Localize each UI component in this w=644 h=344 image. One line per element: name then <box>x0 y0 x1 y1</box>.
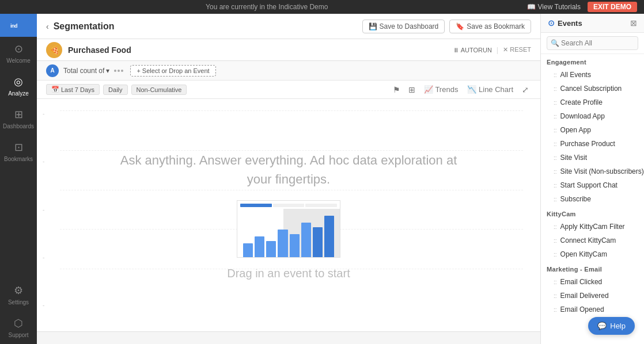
reset-button[interactable]: ✕ RESET <box>503 46 531 53</box>
events-title: ⊙ Events <box>548 18 582 28</box>
chevron-icon: ▾ <box>106 67 109 75</box>
list-item[interactable]: ::Email Opened <box>541 303 644 316</box>
list-item[interactable]: ::Open KittyCam <box>541 247 644 261</box>
bookmark-icon: 🔖 <box>456 22 464 30</box>
bookmarks-icon: ⊡ <box>14 141 23 154</box>
search-icon: 🔍 <box>551 39 559 47</box>
analyze-icon: ◎ <box>14 75 23 88</box>
sidebar-item-analyze[interactable]: ◎ Analyze <box>0 70 37 102</box>
save-dashboard-button[interactable]: 💾 Save to Dashboard <box>362 20 445 33</box>
flag-icon-button[interactable]: ⚑ <box>391 84 403 95</box>
sidebar: ind ⊙ Welcome ◎ Analyze ⊞ Dashboards ⊡ B… <box>0 14 37 344</box>
save-bookmark-button[interactable]: 🔖 Save as Bookmark <box>449 20 531 33</box>
filter-separator <box>114 70 123 72</box>
events-panel-close-button[interactable]: ⊠ <box>630 18 637 28</box>
list-item[interactable]: ::Cancel Subscription <box>541 82 644 95</box>
save-dashboard-icon: 💾 <box>369 22 377 30</box>
line-chart-button[interactable]: 📉 Line Chart <box>464 84 516 95</box>
drag-dots-icon: :: <box>554 127 557 133</box>
drag-dots-icon: :: <box>554 307 557 313</box>
category-marketing-email: Marketing - Email <box>541 261 644 275</box>
autorun-icon: ⏸ <box>453 47 459 53</box>
date-range-button[interactable]: 📅 Last 7 Days <box>46 84 100 95</box>
chart-placeholder-text: Ask anything. Answer everything. Ad hoc … <box>116 151 461 189</box>
logo: ind <box>0 14 37 37</box>
drag-dots-icon: :: <box>554 251 557 258</box>
list-item[interactable]: ::Connect KittyCam <box>541 234 644 247</box>
filter-label: Total count of ▾ <box>63 67 109 75</box>
trends-button[interactable]: 📈 Trends <box>421 84 461 95</box>
drag-dots-icon: :: <box>554 224 557 230</box>
bottom-bar <box>37 331 540 344</box>
food-icon: 🍕 <box>50 45 59 55</box>
list-item[interactable]: ::Email Delivered <box>541 289 644 303</box>
segment-icon: 🍕 <box>46 42 62 58</box>
events-panel: ⊙ Events ⊠ 🔍 Engagement ::All Events ::C… <box>540 14 644 344</box>
chart-toolbar: 📅 Last 7 Days Daily Non-Cumulative ⚑ ⊞ 📈… <box>37 81 540 99</box>
events-search: 🔍 <box>541 33 644 54</box>
drag-dots-icon: :: <box>554 182 557 189</box>
chart-area: ----- Ask anything. Answer everything. A… <box>37 99 540 331</box>
sidebar-item-settings[interactable]: ⚙ Settings <box>8 278 29 311</box>
book-icon: 📖 <box>527 3 536 11</box>
segment-row: 🍕 Purchased Food ⏸ AUTORUN | ✕ RESET <box>37 39 540 61</box>
content-area: ‹ Segmentation 💾 Save to Dashboard 🔖 Sav… <box>37 14 540 344</box>
autorun-button[interactable]: ⏸ AUTORUN <box>453 47 492 53</box>
drag-dots-icon: :: <box>554 293 557 299</box>
list-item[interactable]: ::Start Support Chat <box>541 178 644 192</box>
drag-dots-icon: :: <box>554 86 557 92</box>
drag-dots-icon: :: <box>554 169 557 175</box>
sidebar-item-bookmarks[interactable]: ⊡ Bookmarks <box>0 135 37 168</box>
list-item[interactable]: ::Create Profile <box>541 95 644 109</box>
page-header: ‹ Segmentation 💾 Save to Dashboard 🔖 Sav… <box>37 14 540 39</box>
drag-dots-icon: :: <box>554 238 557 244</box>
events-list: Engagement ::All Events ::Cancel Subscri… <box>541 54 644 344</box>
support-icon: ⬡ <box>14 317 23 330</box>
segment-title: Purchased Food <box>68 45 131 55</box>
view-tutorials-link[interactable]: 📖 View Tutorials <box>527 3 581 11</box>
welcome-icon: ⊙ <box>14 43 23 55</box>
list-item[interactable]: ::Apply KittyCam Filter <box>541 220 644 234</box>
drag-dots-icon: :: <box>554 279 557 285</box>
list-item[interactable]: ::Subscribe <box>541 192 644 206</box>
sidebar-item-welcome[interactable]: ⊙ Welcome <box>0 37 37 70</box>
list-item[interactable]: ::Download App <box>541 109 644 123</box>
cumulative-button[interactable]: Non-Cumulative <box>131 85 187 95</box>
svg-text:ind: ind <box>10 23 17 29</box>
chart-preview-image <box>237 200 340 258</box>
calendar-icon: 📅 <box>51 86 59 93</box>
expand-icon-button[interactable]: ⤢ <box>520 84 531 95</box>
category-engagement: Engagement <box>541 54 644 68</box>
avatar: A <box>46 64 59 77</box>
list-item[interactable]: ::Purchase Product <box>541 137 644 151</box>
frequency-button[interactable]: Daily <box>103 85 127 95</box>
sidebar-item-support[interactable]: ⬡ Support <box>8 311 29 344</box>
list-item[interactable]: ::Site Visit (Non-subscribers) <box>541 165 644 178</box>
drag-text: Drag in an event to start <box>227 267 350 280</box>
main-layout: ind ⊙ Welcome ◎ Analyze ⊞ Dashboards ⊡ B… <box>0 14 644 344</box>
trends-icon: 📈 <box>424 85 433 94</box>
category-kittycam: KittyCam <box>541 206 644 220</box>
drag-dots-icon: :: <box>554 196 557 202</box>
events-panel-header: ⊙ Events ⊠ <box>541 14 644 33</box>
table-icon-button[interactable]: ⊞ <box>406 84 418 95</box>
list-item[interactable]: ::Open App <box>541 123 644 137</box>
demo-message: You are currently in the Indicative Demo <box>206 3 328 11</box>
dashboards-icon: ⊞ <box>14 108 23 121</box>
list-item[interactable]: ::Site Visit <box>541 151 644 165</box>
filter-row: A Total count of ▾ + Select or Drop an E… <box>37 61 540 81</box>
help-button[interactable]: 💬 Help <box>588 317 635 335</box>
search-input[interactable] <box>547 36 638 50</box>
back-button[interactable]: ‹ <box>46 22 49 31</box>
select-event-button[interactable]: + Select or Drop an Event <box>130 65 215 77</box>
list-item[interactable]: ::Email Clicked <box>541 275 644 289</box>
reset-icon: ✕ <box>503 46 508 53</box>
exit-demo-button[interactable]: EXIT DEMO <box>588 2 637 12</box>
drag-dots-icon: :: <box>554 113 557 120</box>
drag-dots-icon: :: <box>554 141 557 147</box>
drag-dots-icon: :: <box>554 155 557 161</box>
top-bar: You are currently in the Indicative Demo… <box>0 0 644 14</box>
sidebar-item-dashboards[interactable]: ⊞ Dashboards <box>0 102 37 135</box>
list-item[interactable]: ::All Events <box>541 68 644 82</box>
settings-icon: ⚙ <box>14 284 23 297</box>
